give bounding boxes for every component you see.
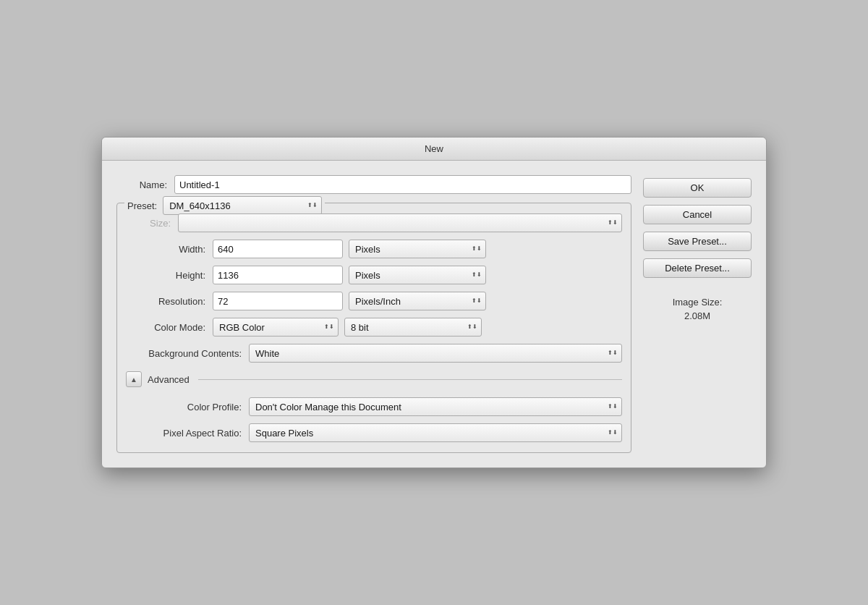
image-size-label: Image Size: bbox=[643, 297, 752, 308]
image-size-section: Image Size: 2.08M bbox=[643, 297, 752, 321]
color-mode-wrapper: Bitmap Grayscale RGB Color CMYK Color La… bbox=[213, 318, 339, 337]
resolution-input[interactable] bbox=[213, 292, 343, 310]
height-unit-select[interactable]: Pixels Inches Centimeters bbox=[349, 266, 486, 284]
width-unit-select[interactable]: Pixels Inches Centimeters Millimeters bbox=[349, 240, 486, 258]
resolution-unit-wrapper: Pixels/Inch Pixels/Centimeter bbox=[349, 292, 486, 310]
resolution-label: Resolution: bbox=[126, 296, 213, 307]
size-label: Size: bbox=[126, 218, 178, 229]
color-mode-select[interactable]: Bitmap Grayscale RGB Color CMYK Color La… bbox=[213, 318, 339, 337]
advanced-toggle-icon: ▲ bbox=[130, 376, 137, 384]
bg-contents-row: Background Contents: White Background Co… bbox=[126, 344, 622, 363]
bg-contents-label: Background Contents: bbox=[126, 348, 249, 359]
name-row: Name: bbox=[116, 175, 631, 194]
bg-contents-wrapper: White Background Color Transparent bbox=[249, 344, 622, 363]
color-mode-selects: Bitmap Grayscale RGB Color CMYK Color La… bbox=[213, 318, 622, 337]
new-document-dialog: New Name: Preset: DM_640x1136 bbox=[101, 137, 767, 468]
size-row: Size: bbox=[126, 213, 622, 232]
width-label: Width: bbox=[126, 244, 213, 255]
color-profile-wrapper: Don't Color Manage this Document sRGB IE… bbox=[249, 397, 622, 416]
bit-depth-select[interactable]: 8 bit 16 bit 32 bit bbox=[344, 318, 482, 337]
preset-group: Preset: DM_640x1136 Size: bbox=[116, 203, 631, 453]
width-unit-wrapper: Pixels Inches Centimeters Millimeters bbox=[349, 240, 486, 258]
resolution-unit-select[interactable]: Pixels/Inch Pixels/Centimeter bbox=[349, 292, 486, 310]
color-mode-label: Color Mode: bbox=[126, 322, 213, 333]
width-input[interactable] bbox=[213, 240, 343, 258]
ok-button[interactable]: OK bbox=[643, 178, 752, 198]
dialog-title: New bbox=[102, 138, 766, 161]
color-profile-select[interactable]: Don't Color Manage this Document sRGB IE… bbox=[249, 397, 622, 416]
right-panel: OK Cancel Save Preset... Delete Preset..… bbox=[643, 175, 752, 453]
pixel-aspect-row: Pixel Aspect Ratio: Square Pixels D1/DV … bbox=[126, 423, 622, 442]
height-input[interactable] bbox=[213, 266, 343, 284]
preset-label: Preset: bbox=[127, 200, 157, 211]
advanced-header: ▲ Advanced bbox=[126, 371, 622, 387]
name-input[interactable] bbox=[174, 175, 631, 194]
bg-contents-select[interactable]: White Background Color Transparent bbox=[249, 344, 622, 363]
name-label: Name: bbox=[116, 179, 174, 190]
height-unit-wrapper: Pixels Inches Centimeters bbox=[349, 266, 486, 284]
color-mode-row: Color Mode: Bitmap Grayscale RGB Color C… bbox=[126, 318, 622, 337]
advanced-toggle-button[interactable]: ▲ bbox=[126, 371, 142, 387]
delete-preset-button[interactable]: Delete Preset... bbox=[643, 258, 752, 278]
advanced-title: Advanced bbox=[148, 374, 190, 385]
bit-depth-wrapper: 8 bit 16 bit 32 bit bbox=[344, 318, 482, 337]
name-input-wrapper bbox=[174, 175, 631, 194]
color-profile-label: Color Profile: bbox=[126, 402, 249, 412]
preset-legend: Preset: DM_640x1136 bbox=[124, 196, 325, 215]
resolution-row: Resolution: Pixels/Inch Pixels/Centimete… bbox=[126, 292, 622, 310]
save-preset-button[interactable]: Save Preset... bbox=[643, 232, 752, 251]
height-label: Height: bbox=[126, 270, 213, 281]
pixel-aspect-label: Pixel Aspect Ratio: bbox=[126, 428, 249, 439]
title-text: New bbox=[425, 143, 443, 154]
color-profile-row: Color Profile: Don't Color Manage this D… bbox=[126, 397, 622, 416]
left-panel: Name: Preset: DM_640x1136 Size bbox=[116, 175, 631, 453]
pixel-aspect-select[interactable]: Square Pixels D1/DV NTSC (0.91) D1/DV PA… bbox=[249, 423, 622, 442]
pixel-aspect-wrapper: Square Pixels D1/DV NTSC (0.91) D1/DV PA… bbox=[249, 423, 622, 442]
image-size-value: 2.08M bbox=[643, 310, 752, 321]
size-select[interactable] bbox=[178, 213, 622, 232]
preset-select[interactable]: DM_640x1136 bbox=[163, 196, 322, 215]
preset-select-wrapper: DM_640x1136 bbox=[163, 196, 322, 215]
height-row: Height: Pixels Inches Centimeters bbox=[126, 266, 622, 284]
cancel-button[interactable]: Cancel bbox=[643, 205, 752, 224]
size-select-wrapper bbox=[178, 213, 622, 232]
advanced-divider bbox=[198, 379, 622, 380]
width-row: Width: Pixels Inches Centimeters Millime… bbox=[126, 240, 622, 258]
